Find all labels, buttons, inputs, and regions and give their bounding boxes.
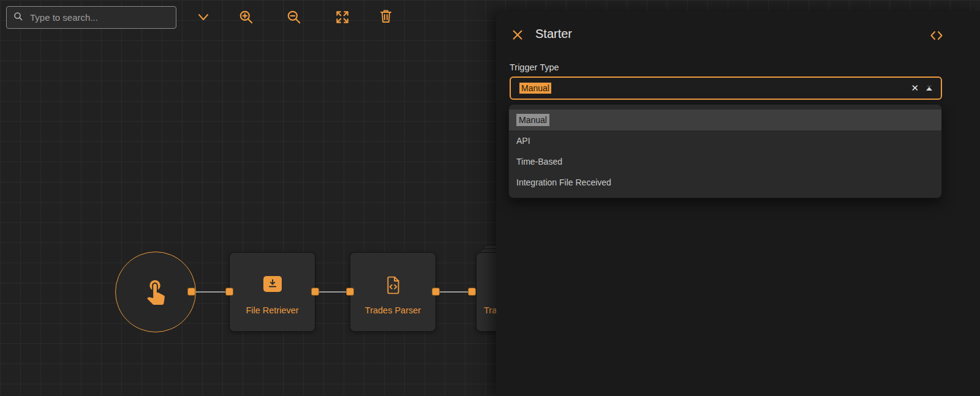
search-input[interactable] <box>29 12 170 23</box>
option-label: Manual <box>516 114 549 126</box>
node-label: File Retriever <box>230 305 315 315</box>
trash-icon[interactable] <box>379 9 393 24</box>
trigger-type-label: Trigger Type <box>510 62 559 72</box>
search-icon <box>13 11 24 24</box>
input-handle-stacked-node[interactable] <box>468 288 476 296</box>
edge-trigger-to-file-retriever <box>191 291 230 293</box>
option-manual[interactable]: Manual <box>509 110 941 130</box>
node-label: Trades Parser <box>350 305 435 315</box>
caret-up-icon[interactable] <box>926 86 932 91</box>
node-search-box[interactable] <box>6 6 176 29</box>
edge-file-retriever-to-trades-parser <box>315 291 350 293</box>
code-view-icon[interactable] <box>929 28 944 43</box>
panel-title: Starter <box>535 27 572 41</box>
trades-parser-node[interactable]: Trades Parser <box>350 252 436 332</box>
chevron-down-icon[interactable] <box>196 12 211 24</box>
edge-trades-parser-to-next <box>436 291 472 293</box>
input-handle-trades-parser[interactable] <box>346 288 354 296</box>
output-handle-trades-parser[interactable] <box>432 288 440 296</box>
input-handle-file-retriever[interactable] <box>225 288 233 296</box>
clear-icon[interactable]: ✕ <box>911 83 919 94</box>
option-time-based[interactable]: Time-Based <box>509 151 941 172</box>
option-label: Integration File Received <box>516 177 611 187</box>
file-retriever-node[interactable]: File Retriever <box>229 252 315 332</box>
output-handle-trigger[interactable] <box>187 288 195 296</box>
trigger-type-combobox[interactable]: Manual ✕ <box>510 77 942 100</box>
fit-view-icon[interactable] <box>334 9 350 25</box>
touch-trigger-icon <box>141 277 170 307</box>
option-integration-file-received[interactable]: Integration File Received <box>509 172 941 193</box>
file-download-icon <box>230 276 315 292</box>
output-handle-file-retriever[interactable] <box>311 288 319 296</box>
option-label: Time-Based <box>516 157 562 166</box>
close-icon[interactable] <box>511 28 524 42</box>
zoom-in-icon[interactable] <box>238 9 254 25</box>
node-config-panel: Starter Trigger Type Manual ✕ Manual API… <box>496 11 980 396</box>
trigger-node[interactable] <box>115 252 196 332</box>
option-label: API <box>516 136 530 146</box>
trigger-type-dropdown: Manual API Time-Based Integration File R… <box>508 104 942 198</box>
code-file-icon <box>350 276 435 294</box>
zoom-out-icon[interactable] <box>286 9 302 25</box>
option-api[interactable]: API <box>509 130 941 151</box>
combobox-selected-value: Manual <box>519 83 551 94</box>
